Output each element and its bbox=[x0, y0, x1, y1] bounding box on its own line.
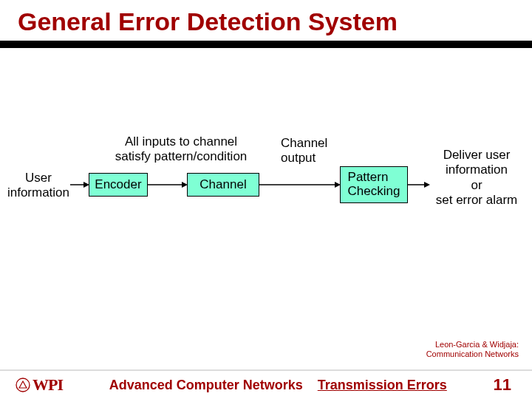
diagram-canvas: User information Encoder All inputs to c… bbox=[0, 48, 532, 314]
wpi-logo-text: WPI bbox=[33, 375, 63, 395]
attribution-text: Leon-Garcia & Widjaja: Communication Net… bbox=[426, 340, 519, 359]
pattern-checking-box: Pattern Checking bbox=[340, 166, 408, 203]
footer-course: Advanced Computer Networks bbox=[109, 378, 303, 392]
footer-center: Advanced Computer Networks Transmission … bbox=[109, 378, 447, 393]
arrow-encoder-to-channel bbox=[148, 180, 188, 189]
channel-output-label: Channel output bbox=[281, 136, 347, 166]
all-inputs-label: All inputs to channel satisfy pattern/co… bbox=[103, 134, 259, 165]
wpi-seal-icon bbox=[15, 377, 31, 393]
arrow-channel-to-pattern bbox=[259, 180, 341, 189]
footer-topic: Transmission Errors bbox=[318, 378, 447, 392]
wpi-logo: WPI bbox=[15, 375, 63, 395]
channel-box: Channel bbox=[187, 173, 259, 197]
svg-point-8 bbox=[16, 378, 30, 392]
user-information-label: User information bbox=[0, 171, 79, 201]
page-number: 11 bbox=[494, 375, 511, 395]
deliver-label: Deliver user information or set error al… bbox=[425, 148, 528, 208]
slide-title: General Error Detection System bbox=[18, 7, 517, 36]
encoder-box: Encoder bbox=[89, 173, 148, 197]
footer: WPI Advanced Computer Networks Transmiss… bbox=[0, 369, 532, 399]
title-bar: General Error Detection System bbox=[0, 0, 532, 48]
arrow-user-to-encoder bbox=[70, 180, 89, 189]
